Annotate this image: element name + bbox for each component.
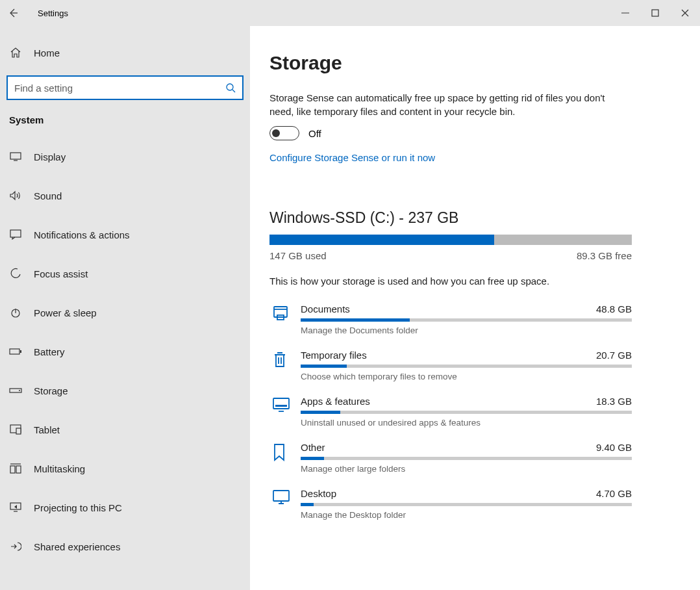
nav-label: Storage <box>34 385 68 396</box>
nav-label: Power & sleep <box>34 307 97 318</box>
category-name: Documents <box>301 303 350 314</box>
search-icon <box>225 83 236 93</box>
apps-features-icon <box>269 396 301 428</box>
page-title: Storage <box>269 52 681 74</box>
sidebar-home-label: Home <box>34 47 60 58</box>
home-icon <box>9 47 22 58</box>
category-name: Apps & features <box>301 396 370 407</box>
search-wrap <box>6 75 244 100</box>
nav-display[interactable]: Display <box>0 137 250 176</box>
nav-label: Multitasking <box>34 463 85 474</box>
maximize-button[interactable] <box>640 0 670 26</box>
category-subtext: Manage the Desktop folder <box>301 510 632 520</box>
nav-projecting[interactable]: Projecting to this PC <box>0 488 250 527</box>
category-subtext: Choose which temporary files to remove <box>301 372 632 381</box>
display-icon <box>9 152 22 161</box>
minimize-button[interactable] <box>610 0 640 26</box>
category-size: 4.70 GB <box>596 488 632 499</box>
svg-point-8 <box>19 390 20 391</box>
nav-label: Projecting to this PC <box>34 502 122 513</box>
sidebar-section-label: System <box>0 114 250 137</box>
power-icon <box>9 307 22 318</box>
nav-label: Tablet <box>34 424 60 435</box>
main-content: Storage Storage Sense can automatically … <box>250 26 700 590</box>
category-documents[interactable]: Documents48.8 GBManage the Documents fol… <box>269 303 632 335</box>
category-size: 48.8 GB <box>596 303 632 314</box>
titlebar: Settings <box>0 0 700 26</box>
nav-label: Battery <box>34 346 65 357</box>
nav-storage[interactable]: Storage <box>0 371 250 410</box>
sidebar: Home System Display Sound Notifications … <box>0 26 250 590</box>
usage-explain: This is how your storage is used and how… <box>269 276 681 287</box>
nav-tablet[interactable]: Tablet <box>0 410 250 449</box>
nav-label: Shared experiences <box>34 541 120 552</box>
desktop-icon <box>269 488 301 520</box>
configure-storage-sense-link[interactable]: Configure Storage Sense or run it now <box>269 152 435 163</box>
category-name: Desktop <box>301 488 336 499</box>
nav-power-sleep[interactable]: Power & sleep <box>0 293 250 332</box>
category-name: Other <box>301 442 325 453</box>
nav-shared-experiences[interactable]: Shared experiences <box>0 527 250 566</box>
svg-rect-3 <box>10 230 21 237</box>
drive-free-text: 89.3 GB free <box>577 250 632 261</box>
category-subtext: Manage other large folders <box>301 464 632 474</box>
category-name: Temporary files <box>301 350 367 361</box>
back-button[interactable] <box>0 0 26 26</box>
temporary-files-icon <box>269 350 301 381</box>
nav-focus-assist[interactable]: Focus assist <box>0 254 250 293</box>
projecting-icon <box>9 502 22 513</box>
nav-notifications[interactable]: Notifications & actions <box>0 215 250 254</box>
sidebar-home[interactable]: Home <box>0 39 250 66</box>
nav-sound[interactable]: Sound <box>0 176 250 215</box>
svg-rect-17 <box>275 405 287 407</box>
documents-icon <box>269 303 301 335</box>
category-temporary-files[interactable]: Temporary files20.7 GBChoose which tempo… <box>269 350 632 381</box>
svg-rect-2 <box>10 153 21 159</box>
nav-label: Focus assist <box>34 268 88 279</box>
svg-rect-12 <box>16 466 21 473</box>
category-subtext: Uninstall unused or undesired apps & fea… <box>301 418 632 428</box>
storage-sense-toggle[interactable] <box>269 126 299 140</box>
svg-rect-11 <box>10 466 15 473</box>
category-bar <box>301 457 632 460</box>
multitasking-icon <box>9 463 22 474</box>
storage-icon <box>9 387 22 394</box>
nav-battery[interactable]: Battery <box>0 332 250 371</box>
svg-rect-0 <box>652 10 658 16</box>
svg-point-1 <box>227 84 233 90</box>
nav-label: Notifications & actions <box>34 229 130 240</box>
svg-rect-16 <box>273 398 289 409</box>
close-button[interactable] <box>670 0 700 26</box>
category-subtext: Manage the Documents folder <box>301 326 632 335</box>
other-icon <box>269 442 301 474</box>
search-input[interactable] <box>6 75 244 100</box>
svg-rect-6 <box>20 350 21 353</box>
window-title: Settings <box>38 8 68 18</box>
toggle-state-label: Off <box>308 128 321 139</box>
category-size: 9.40 GB <box>596 442 632 453</box>
category-other[interactable]: Other9.40 GBManage other large folders <box>269 442 632 474</box>
category-desktop[interactable]: Desktop4.70 GBManage the Desktop folder <box>269 488 632 520</box>
svg-rect-18 <box>273 491 289 501</box>
nav-label: Sound <box>34 190 62 201</box>
notifications-icon <box>9 229 22 240</box>
drive-used-text: 147 GB used <box>269 250 327 261</box>
sound-icon <box>9 190 22 201</box>
focus-icon <box>9 268 22 279</box>
category-bar <box>301 503 632 506</box>
drive-title: Windows-SSD (C:) - 237 GB <box>269 209 681 227</box>
drive-usage-bar <box>269 235 632 245</box>
nav-label: Display <box>34 151 66 162</box>
battery-icon <box>9 348 22 355</box>
tablet-icon <box>9 424 22 435</box>
storage-sense-description: Storage Sense can automatically free up … <box>269 91 620 118</box>
category-size: 20.7 GB <box>596 350 632 361</box>
category-bar <box>301 318 632 322</box>
category-size: 18.3 GB <box>596 396 632 407</box>
category-bar <box>301 365 632 368</box>
nav-multitasking[interactable]: Multitasking <box>0 449 250 488</box>
category-bar <box>301 411 632 414</box>
svg-rect-5 <box>10 349 19 354</box>
svg-rect-10 <box>16 428 21 434</box>
category-apps-features[interactable]: Apps & features18.3 GBUninstall unused o… <box>269 396 632 428</box>
